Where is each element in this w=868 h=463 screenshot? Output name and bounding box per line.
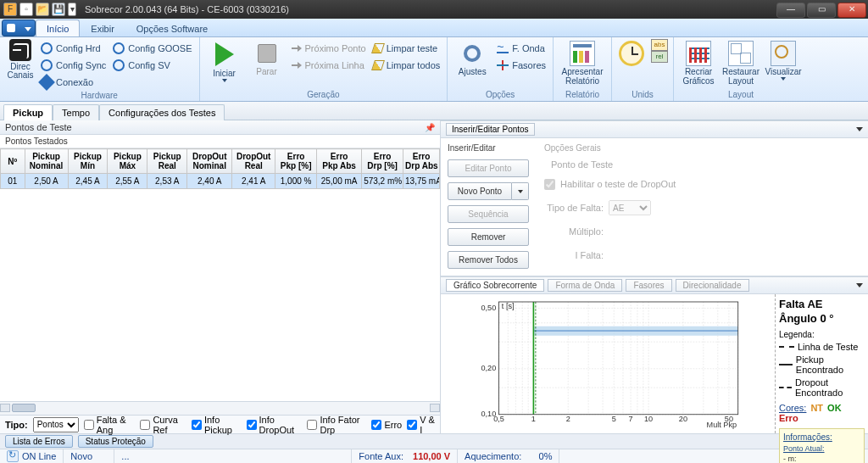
fasores-link[interactable]: Fasores: [495, 58, 548, 73]
limpar-todos-link[interactable]: Limpar todos: [371, 58, 442, 73]
tab-pickup[interactable]: Pickup: [3, 104, 53, 120]
goose-icon: [113, 42, 125, 54]
qat-app-icon[interactable]: F: [3, 3, 17, 16]
tab-opcoes-software[interactable]: Opções Software: [125, 20, 219, 36]
chk-v-i[interactable]: V & I: [407, 415, 435, 435]
cell: 13,75 mA: [403, 174, 440, 189]
limpar-teste-link[interactable]: Limpar teste: [371, 41, 442, 56]
ribbon-group-geracao: Iniciar Parar Próximo Ponto Próxima Linh…: [200, 37, 448, 101]
unid-rel[interactable]: rel: [651, 51, 668, 63]
status-online: ON Line: [22, 451, 56, 461]
novo-ponto-dropdown[interactable]: [512, 182, 529, 200]
group-label-opcoes: Opções: [453, 89, 548, 101]
tab-tempo[interactable]: Tempo: [53, 104, 99, 120]
tipo-row: Tipo: Pontos Falta & Ang Curva Ref Info …: [0, 415, 440, 433]
info-box: Informações: Ponto Atual: - m:: [779, 428, 865, 463]
horizontal-scrollbar[interactable]: [0, 401, 440, 415]
config-hrd-link[interactable]: Config Hrd: [39, 41, 108, 56]
apresentar-relatorio-button[interactable]: ApresentarRelatório: [559, 39, 606, 86]
legenda-label: Legenda:: [779, 330, 865, 339]
cell: 01: [1, 174, 25, 189]
parar-button[interactable]: Parar: [248, 39, 287, 76]
app-menu-button[interactable]: [2, 20, 36, 36]
unids-clock-button[interactable]: [617, 39, 646, 66]
layout-icon: [728, 41, 754, 66]
qat-open-icon[interactable]: 📂: [36, 3, 49, 16]
group-label-relatorio: Relatório: [559, 89, 606, 101]
aquecimento-value: 0%: [539, 451, 553, 461]
panel-dropdown-icon[interactable]: [856, 127, 863, 131]
proxima-linha-link[interactable]: Próxima Linha: [290, 58, 368, 73]
lista-erros-button[interactable]: Lista de Erros: [5, 435, 73, 448]
play-icon: [215, 42, 234, 66]
inserir-editar-title: Inserir/Editar Pontos: [446, 123, 535, 136]
col-header: ErroDrp [%]: [362, 149, 403, 174]
chart-area: 0,512571020500,100,200,50t [s]Mult Pkp: [441, 294, 775, 433]
group-label-layout: Layout: [679, 89, 803, 101]
chart-tab-sobrecorrente[interactable]: Gráfico Sobrecorrente: [446, 279, 544, 292]
refresh-icon[interactable]: [7, 450, 19, 462]
tab-config-testes[interactable]: Configurações dos Testes: [99, 104, 225, 120]
restaurar-layout-button[interactable]: RestaurarLayout: [721, 39, 760, 86]
chk-falta-ang[interactable]: Falta & Ang: [84, 415, 136, 435]
chk-erro[interactable]: Erro: [371, 420, 402, 430]
sequencia-button[interactable]: Sequência: [448, 205, 529, 223]
pin-icon[interactable]: 📌: [425, 123, 435, 132]
left-panel-header: Pontos de Teste 📌: [0, 120, 440, 135]
f-onda-link[interactable]: F. Onda: [495, 41, 548, 56]
proximo-ponto-link[interactable]: Próximo Ponto: [290, 41, 368, 56]
col-header: PickupNominal: [25, 149, 68, 174]
chart-dropdown-icon[interactable]: [856, 283, 863, 287]
chart-section-header: Gráfico Sobrecorrente Forma de Onda Faso…: [441, 276, 868, 294]
sync-icon: [41, 59, 53, 71]
chk-info-dropout[interactable]: Info DropOut: [247, 415, 303, 435]
editar-ponto-button[interactable]: Editar Ponto: [448, 159, 529, 177]
conexao-link[interactable]: Conexão: [39, 75, 108, 90]
habilitar-dropout-label: Habilitar o teste de DropOut: [560, 179, 676, 189]
inserir-editar-subtitle: Inserir/Editar: [448, 143, 529, 153]
qat-save-icon[interactable]: 💾: [52, 3, 65, 16]
col-header: ErroPkp [%]: [275, 149, 317, 174]
tab-exibir[interactable]: Exibir: [80, 20, 125, 36]
results-table: NºPickupNominalPickupMínPickupMáxPickupR…: [0, 148, 440, 189]
report-icon: [570, 41, 595, 66]
direc-canais-label: DirecCanais: [7, 63, 33, 80]
chk-info-pickup[interactable]: Info Pickup: [192, 415, 242, 435]
remover-todos-button[interactable]: Remover Todos: [448, 251, 529, 269]
pontos-teste-label: Pontos de Teste: [5, 122, 72, 132]
multiplo-label: Múltiplo:: [544, 226, 604, 237]
double-arrow-icon: [292, 60, 302, 70]
angulo-label: Ângulo 0 °: [779, 312, 865, 325]
chk-curva-ref[interactable]: Curva Ref: [140, 415, 186, 435]
chart-tab-direcionalidade[interactable]: Direcionalidade: [676, 279, 749, 292]
direc-canais-button[interactable]: DirecCanais: [5, 39, 36, 80]
chart-tab-fasores[interactable]: Fasores: [626, 279, 671, 292]
group-label-unids: Unids: [617, 89, 668, 101]
minimize-button[interactable]: —: [776, 3, 805, 18]
chart-tab-forma-onda[interactable]: Forma de Onda: [548, 279, 622, 292]
tipo-select[interactable]: Pontos: [33, 417, 79, 432]
tab-inicio[interactable]: Início: [36, 20, 80, 36]
close-button[interactable]: ✕: [837, 3, 866, 18]
status-protecao-button[interactable]: Status Proteção: [78, 435, 153, 448]
recriar-graficos-button[interactable]: RecriarGráficos: [679, 39, 718, 86]
falta-label: Falta AE: [779, 298, 865, 310]
col-header: PickupMín: [68, 149, 108, 174]
config-goose-link[interactable]: Config GOOSE: [111, 41, 193, 56]
unids-toggle[interactable]: abs rel: [651, 39, 668, 63]
chk-info-fator-drp[interactable]: Info Fator Drp: [307, 415, 366, 435]
ajustes-button[interactable]: Ajustes: [453, 39, 492, 76]
visualizar-button[interactable]: Visualizar: [764, 39, 803, 81]
config-sync-link[interactable]: Config Sync: [39, 58, 108, 73]
table-row[interactable]: 012,50 A2,45 A2,55 A2,53 A2,40 A2,41 A1,…: [1, 174, 440, 189]
remover-button[interactable]: Remover: [448, 228, 529, 246]
qat-dropdown-icon[interactable]: ▾: [68, 3, 76, 16]
maximize-button[interactable]: ▭: [807, 3, 836, 18]
config-sv-link[interactable]: Config SV: [111, 58, 193, 73]
novo-ponto-button[interactable]: Novo Ponto: [448, 182, 512, 200]
col-header: DropOutNominal: [187, 149, 232, 174]
unid-abs[interactable]: abs: [651, 39, 668, 51]
iniciar-button[interactable]: Iniciar: [205, 39, 244, 82]
qat-new-icon[interactable]: ▫: [19, 3, 33, 16]
sv-icon: [113, 59, 125, 71]
